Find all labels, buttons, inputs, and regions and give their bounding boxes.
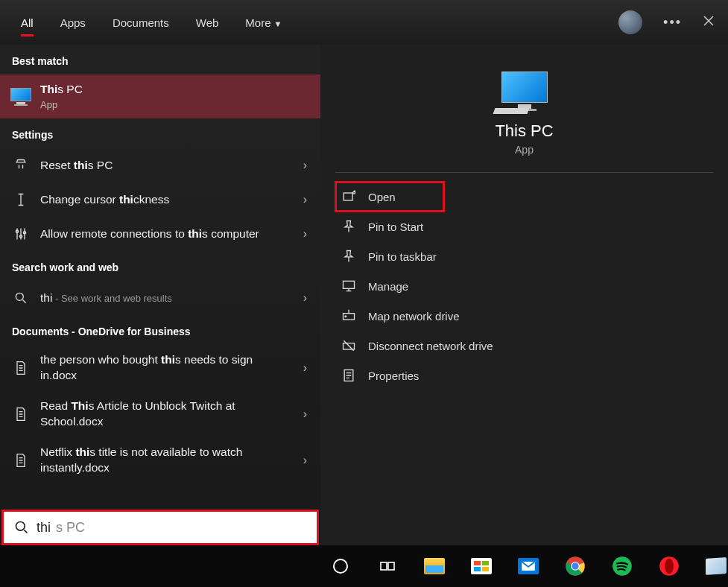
search-filter-tabs: All Apps Documents Web More▼ ••• xyxy=(0,0,728,45)
svg-point-10 xyxy=(16,522,25,531)
user-avatar[interactable] xyxy=(618,10,642,34)
svg-rect-4 xyxy=(344,193,352,200)
result-web-search[interactable]: thi - See work and web results › xyxy=(0,281,320,315)
result-doc-2[interactable]: Read This Article to Unblock Twitch at S… xyxy=(0,391,320,437)
mail-icon[interactable] xyxy=(516,553,540,579)
section-settings: Settings xyxy=(0,118,320,148)
microsoft-store-icon[interactable] xyxy=(469,553,493,579)
action-map-drive[interactable]: Map network drive xyxy=(320,301,728,331)
svg-point-3 xyxy=(16,294,23,301)
result-doc-3[interactable]: Netflix this title is not available to w… xyxy=(0,437,320,483)
chevron-right-icon: › xyxy=(303,407,307,421)
cortana-icon[interactable] xyxy=(328,553,352,579)
chevron-right-icon: › xyxy=(303,454,307,467)
file-explorer-icon[interactable] xyxy=(422,553,446,579)
search-input[interactable] xyxy=(37,520,306,536)
more-options-icon[interactable]: ••• xyxy=(663,15,682,31)
sliders-icon xyxy=(12,226,30,241)
taskbar xyxy=(0,545,728,587)
monitor-icon xyxy=(341,279,356,294)
action-open[interactable]: Open xyxy=(335,182,444,212)
chevron-right-icon: › xyxy=(303,159,307,172)
drive-disconnect-icon xyxy=(341,338,356,353)
search-icon xyxy=(12,291,30,305)
section-work-web: Search work and web xyxy=(0,251,320,281)
section-documents-onedrive: Documents - OneDrive for Business xyxy=(0,315,320,345)
cursor-icon xyxy=(12,192,30,207)
chevron-right-icon: › xyxy=(303,227,307,241)
chrome-icon[interactable] xyxy=(563,553,587,579)
divider xyxy=(335,172,713,173)
document-icon xyxy=(12,407,30,422)
notepad-icon[interactable] xyxy=(703,553,728,579)
reset-icon xyxy=(12,158,30,173)
tab-documents[interactable]: Documents xyxy=(99,3,183,42)
tab-apps[interactable]: Apps xyxy=(47,3,99,42)
pin-icon xyxy=(341,219,356,234)
result-reset-pc[interactable]: Reset this PC › xyxy=(0,148,320,183)
document-icon xyxy=(12,361,30,375)
result-doc-1[interactable]: the person who bought this needs to sign… xyxy=(0,345,320,391)
svg-point-11 xyxy=(334,559,347,573)
preview-pane: This PC App Open Pin to Start Pin to tas… xyxy=(320,45,728,545)
opera-icon[interactable] xyxy=(656,553,681,579)
chevron-down-icon: ▼ xyxy=(274,19,282,28)
pin-icon xyxy=(341,249,356,264)
pc-icon xyxy=(12,88,30,106)
action-manage[interactable]: Manage xyxy=(320,271,728,301)
svg-point-21 xyxy=(665,559,674,574)
svg-rect-5 xyxy=(344,281,355,288)
result-title: This PC App xyxy=(40,82,308,111)
pc-icon xyxy=(498,72,551,114)
tab-more[interactable]: More▼ xyxy=(232,3,295,42)
result-cursor-thickness[interactable]: Change cursor thickness › xyxy=(0,183,320,217)
task-view-icon[interactable] xyxy=(375,553,399,579)
svg-rect-12 xyxy=(381,562,387,570)
tab-web[interactable]: Web xyxy=(183,3,232,42)
result-remote-connections[interactable]: Allow remote connections to this compute… xyxy=(0,217,320,251)
chevron-right-icon: › xyxy=(303,361,307,375)
preview-title: This PC xyxy=(320,121,728,141)
svg-point-18 xyxy=(572,562,578,569)
search-input-container[interactable]: s PC xyxy=(1,510,319,545)
tab-all[interactable]: All xyxy=(7,3,47,42)
chevron-right-icon: › xyxy=(303,193,307,206)
chevron-right-icon: › xyxy=(303,291,307,305)
preview-subtitle: App xyxy=(320,144,728,156)
action-pin-taskbar[interactable]: Pin to taskbar xyxy=(320,241,728,271)
section-best-match: Best match xyxy=(0,45,320,74)
search-icon xyxy=(14,520,29,535)
results-list: Best match This PC App Settings Reset th… xyxy=(0,45,320,545)
action-pin-start[interactable]: Pin to Start xyxy=(320,212,728,241)
open-icon xyxy=(341,189,356,204)
document-icon xyxy=(12,453,30,468)
svg-rect-13 xyxy=(388,562,394,570)
close-icon[interactable] xyxy=(703,15,715,30)
action-disconnect-drive[interactable]: Disconnect network drive xyxy=(320,331,728,361)
result-this-pc[interactable]: This PC App xyxy=(0,74,320,118)
svg-point-7 xyxy=(345,316,346,317)
properties-icon xyxy=(341,368,356,383)
spotify-icon[interactable] xyxy=(610,553,634,579)
drive-icon xyxy=(341,308,356,323)
action-properties[interactable]: Properties xyxy=(320,361,728,390)
